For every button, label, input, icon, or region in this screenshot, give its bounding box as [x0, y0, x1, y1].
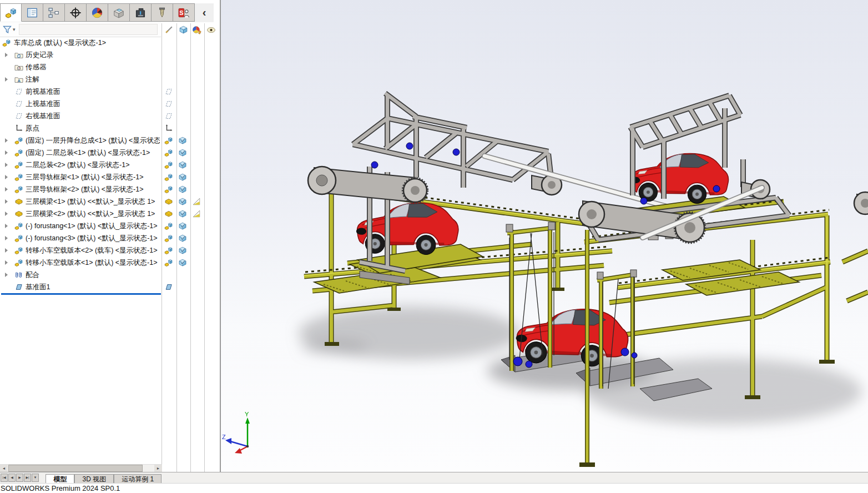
- assembly-icon[interactable]: [164, 234, 173, 243]
- tree-row[interactable]: 前视基准面: [0, 85, 219, 98]
- assembly-icon[interactable]: [164, 136, 173, 145]
- cube-check-icon[interactable]: [178, 197, 187, 206]
- collapse-panel-button[interactable]: ‹: [195, 3, 214, 22]
- assembly-icon[interactable]: [164, 160, 173, 169]
- tree-row[interactable]: (固定) 一层升降台总成<1> (默认) <显示状态-1>: [0, 134, 219, 147]
- cam-feature-tab[interactable]: [108, 3, 130, 22]
- plane-solid-icon[interactable]: [164, 283, 173, 291]
- tree-item-label[interactable]: 原点: [26, 122, 160, 134]
- expand-arrow-icon[interactable]: [5, 236, 8, 240]
- tab-nav-button[interactable]: ▶|: [24, 474, 31, 482]
- tree-row[interactable]: 配合: [0, 269, 219, 281]
- appearance-icon[interactable]: [192, 197, 201, 206]
- tree-item-label[interactable]: 上视基准面: [26, 98, 160, 110]
- cube-check-icon[interactable]: [178, 148, 187, 157]
- expand-arrow-icon[interactable]: [5, 199, 8, 204]
- plane-icon[interactable]: [164, 112, 173, 120]
- tree-row[interactable]: 转移小车空载版本<1> (默认) <显示状态-1>: [0, 256, 219, 269]
- tree-row[interactable]: 车库总成 (默认) <显示状态-1>: [0, 37, 219, 49]
- dimxpertmanager-tab[interactable]: [65, 3, 87, 22]
- expand-arrow-icon[interactable]: [5, 53, 8, 57]
- displaymanager-tab[interactable]: [87, 3, 108, 22]
- plane-icon[interactable]: [164, 99, 173, 108]
- tree-item-label[interactable]: 转移小车空载版本<2> (载车) <显示状态-1>: [26, 244, 160, 256]
- car-right-top[interactable]: [629, 150, 730, 205]
- scroll-right-button[interactable]: ►: [154, 465, 162, 472]
- expand-arrow-icon[interactable]: [5, 150, 8, 155]
- tree-horizontal-scrollbar[interactable]: ◄ ►: [0, 464, 162, 472]
- propertymanager-tab[interactable]: [22, 3, 43, 22]
- expand-arrow-icon[interactable]: [5, 273, 8, 277]
- cube-check-icon[interactable]: [178, 160, 187, 169]
- expand-arrow-icon[interactable]: [5, 163, 8, 167]
- tree-item-label[interactable]: 三层导轨框架<1> (默认) <显示状态-1>: [26, 171, 160, 183]
- tab-nav-button[interactable]: ◀: [8, 474, 16, 482]
- tree-row[interactable]: 二层总装<2> (默认) <显示状态-1>: [0, 159, 219, 171]
- garage-3d-model[interactable]: Y Z: [221, 0, 868, 472]
- tree-row[interactable]: 上视基准面: [0, 98, 219, 110]
- origin-icon[interactable]: [164, 124, 173, 133]
- graphics-area[interactable]: Y Z: [221, 0, 868, 472]
- cube-check-icon[interactable]: [178, 136, 187, 145]
- expand-arrow-icon[interactable]: [5, 224, 8, 228]
- assembly-icon[interactable]: [164, 148, 173, 157]
- tree-row[interactable]: 转移小车空载版本<2> (载车) <显示状态-1>: [0, 244, 219, 256]
- tree-item-label[interactable]: 前视基准面: [26, 85, 160, 98]
- expand-arrow-icon[interactable]: [5, 138, 8, 143]
- cube-check-icon[interactable]: [178, 258, 187, 267]
- featuremanager-tab[interactable]: [0, 3, 22, 22]
- tree-row[interactable]: 注解: [0, 73, 219, 85]
- tree-row[interactable]: 原点: [0, 122, 219, 134]
- tree-item-label[interactable]: 右视基准面: [26, 110, 160, 122]
- cube-check-icon[interactable]: [178, 173, 187, 182]
- cam-operation-tab[interactable]: [130, 3, 152, 22]
- filter-funnel-icon[interactable]: [2, 24, 12, 34]
- expand-arrow-icon[interactable]: [5, 187, 8, 192]
- scrollbar-thumb[interactable]: [8, 465, 143, 472]
- tree-row[interactable]: 三层横梁<2> (默认) <<默认>_显示状态 1>: [0, 208, 219, 220]
- tab-nav-button[interactable]: ▼: [32, 474, 39, 482]
- hide-show-icon[interactable]: [164, 25, 174, 34]
- tree-item-label[interactable]: 配合: [26, 269, 160, 281]
- tree-row[interactable]: 基准面1: [0, 281, 219, 293]
- tree-row[interactable]: 历史记录: [0, 49, 219, 61]
- inspection-tab[interactable]: [173, 3, 195, 22]
- tab-nav-button[interactable]: ▶: [16, 474, 23, 482]
- tree-item-label[interactable]: 传感器: [26, 61, 160, 73]
- filter-dropdown-arrow[interactable]: ▾: [13, 27, 16, 32]
- tree-item-label[interactable]: 注解: [26, 73, 160, 85]
- tree-row[interactable]: 三层导轨框架<1> (默认) <显示状态-1>: [0, 171, 219, 183]
- tree-row[interactable]: (-) forustang<3> (默认) <默认_显示状态-1>: [0, 232, 219, 244]
- tree-item-label[interactable]: (-) forustang<3> (默认) <默认_显示状态-1>: [26, 232, 160, 244]
- tab-nav-button[interactable]: |◀: [1, 474, 8, 482]
- tree-row[interactable]: 三层横梁<1> (默认) <<默认>_显示状态 1>: [0, 195, 219, 208]
- expand-arrow-icon[interactable]: [5, 175, 8, 179]
- rollback-bar[interactable]: [1, 293, 161, 295]
- assembly-icon[interactable]: [164, 222, 173, 230]
- tree-row[interactable]: 传感器: [0, 61, 219, 73]
- assembly-icon[interactable]: [164, 185, 173, 194]
- expand-arrow-icon[interactable]: [5, 248, 8, 253]
- appearance-icon[interactable]: [193, 25, 202, 34]
- plane-icon[interactable]: [164, 87, 173, 96]
- transparency-icon[interactable]: [206, 25, 216, 34]
- tree-item-label[interactable]: 三层横梁<1> (默认) <<默认>_显示状态 1>: [26, 195, 160, 208]
- cube-check-icon[interactable]: [178, 246, 187, 255]
- scroll-left-button[interactable]: ◄: [0, 465, 8, 472]
- appearance-icon[interactable]: [192, 209, 201, 218]
- expand-arrow-icon[interactable]: [5, 77, 8, 82]
- cube-check-icon[interactable]: [178, 234, 187, 243]
- display-mode-icon[interactable]: [179, 25, 188, 34]
- tree-item-label[interactable]: (固定) 二层总装<1> (默认) <显示状态-1>: [26, 147, 160, 159]
- cube-check-icon[interactable]: [178, 209, 187, 218]
- part-icon[interactable]: [164, 209, 173, 218]
- tree-item-label[interactable]: 二层总装<2> (默认) <显示状态-1>: [26, 159, 160, 171]
- tree-row[interactable]: 三层导轨框架<2> (默认) <显示状态-1>: [0, 183, 219, 195]
- expand-arrow-icon[interactable]: [5, 260, 8, 265]
- cam-tool-tab[interactable]: [152, 3, 173, 22]
- expand-arrow-icon[interactable]: [5, 212, 8, 216]
- tree-row[interactable]: (固定) 二层总装<1> (默认) <显示状态-1>: [0, 147, 219, 159]
- cube-check-icon[interactable]: [178, 185, 187, 194]
- cube-check-icon[interactable]: [178, 222, 187, 230]
- tree-item-label[interactable]: 历史记录: [26, 49, 160, 61]
